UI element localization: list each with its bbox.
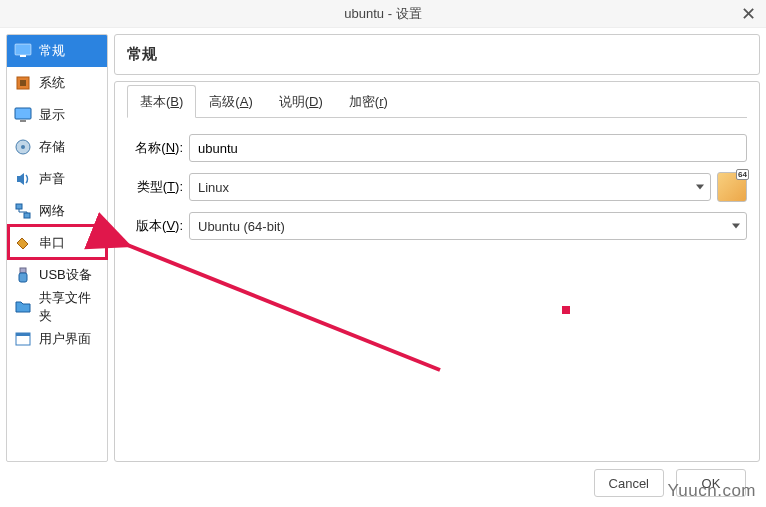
settings-panel: 基本(B) 高级(A) 说明(D) 加密(r) 名称(N):: [114, 81, 760, 462]
name-label: 名称(N):: [127, 139, 183, 157]
sidebar-item-audio[interactable]: 声音: [7, 163, 107, 195]
sidebar-item-label: 共享文件夹: [39, 289, 100, 325]
name-input[interactable]: [189, 134, 747, 162]
os-icon: [717, 172, 747, 202]
sidebar-item-label: 显示: [39, 106, 65, 124]
type-select[interactable]: Linux: [189, 173, 711, 201]
svg-rect-4: [15, 108, 31, 119]
tab-bar: 基本(B) 高级(A) 说明(D) 加密(r): [127, 85, 747, 118]
sidebar-item-storage[interactable]: 存储: [7, 131, 107, 163]
svg-rect-0: [15, 44, 31, 55]
main-panel: 常规 基本(B) 高级(A) 说明(D) 加密(r) 名: [114, 34, 760, 462]
sidebar-item-usb[interactable]: USB设备: [7, 259, 107, 291]
chevron-down-icon: [696, 185, 704, 190]
sidebar-item-label: 声音: [39, 170, 65, 188]
svg-rect-3: [20, 80, 26, 86]
sidebar-item-serial[interactable]: 串口: [7, 227, 107, 259]
type-label: 类型(T):: [127, 178, 183, 196]
type-select-value: Linux: [198, 180, 229, 195]
sidebar-item-label: 系统: [39, 74, 65, 92]
sidebar-item-ui[interactable]: 用户界面: [7, 323, 107, 355]
titlebar: ubuntu - 设置 ✕: [0, 0, 766, 28]
svg-rect-5: [20, 120, 26, 122]
chevron-down-icon: [732, 224, 740, 229]
sidebar-item-label: 用户界面: [39, 330, 91, 348]
sidebar-item-system[interactable]: 系统: [7, 67, 107, 99]
svg-rect-8: [16, 204, 22, 209]
speaker-icon: [14, 170, 32, 188]
display-icon: [14, 106, 32, 124]
folder-icon: [14, 298, 32, 316]
sidebar: 常规 系统 显示 存储 声音: [6, 34, 108, 462]
sidebar-item-label: 存储: [39, 138, 65, 156]
disk-icon: [14, 138, 32, 156]
svg-rect-1: [20, 55, 26, 57]
tab-basic[interactable]: 基本(B): [127, 85, 196, 118]
sidebar-item-shared[interactable]: 共享文件夹: [7, 291, 107, 323]
window-icon: [14, 330, 32, 348]
plug-icon: [14, 234, 32, 252]
network-icon: [14, 202, 32, 220]
sidebar-item-label: USB设备: [39, 266, 92, 284]
watermark: Yuucn.com: [667, 481, 756, 501]
svg-rect-9: [24, 213, 30, 218]
svg-point-7: [21, 145, 25, 149]
tab-encryption[interactable]: 加密(r): [336, 85, 401, 118]
sidebar-item-label: 串口: [39, 234, 65, 252]
monitor-icon: [14, 42, 32, 60]
svg-rect-13: [16, 333, 30, 336]
version-select[interactable]: Ubuntu (64-bit): [189, 212, 747, 240]
cancel-button[interactable]: Cancel: [594, 469, 664, 497]
version-label: 版本(V):: [127, 217, 183, 235]
tab-description[interactable]: 说明(D): [266, 85, 336, 118]
window-title: ubuntu - 设置: [344, 6, 421, 21]
sidebar-item-network[interactable]: 网络: [7, 195, 107, 227]
close-icon[interactable]: ✕: [741, 2, 756, 26]
page-title: 常规: [114, 34, 760, 75]
sidebar-item-display[interactable]: 显示: [7, 99, 107, 131]
sidebar-item-label: 常规: [39, 42, 65, 60]
usb-icon: [14, 266, 32, 284]
sidebar-item-general[interactable]: 常规: [7, 35, 107, 67]
sidebar-item-label: 网络: [39, 202, 65, 220]
svg-rect-10: [20, 268, 26, 273]
version-select-value: Ubuntu (64-bit): [198, 219, 285, 234]
chip-icon: [14, 74, 32, 92]
svg-rect-11: [19, 273, 27, 282]
tab-advanced[interactable]: 高级(A): [196, 85, 265, 118]
form-basic: 名称(N): 类型(T): Linux: [127, 118, 747, 240]
